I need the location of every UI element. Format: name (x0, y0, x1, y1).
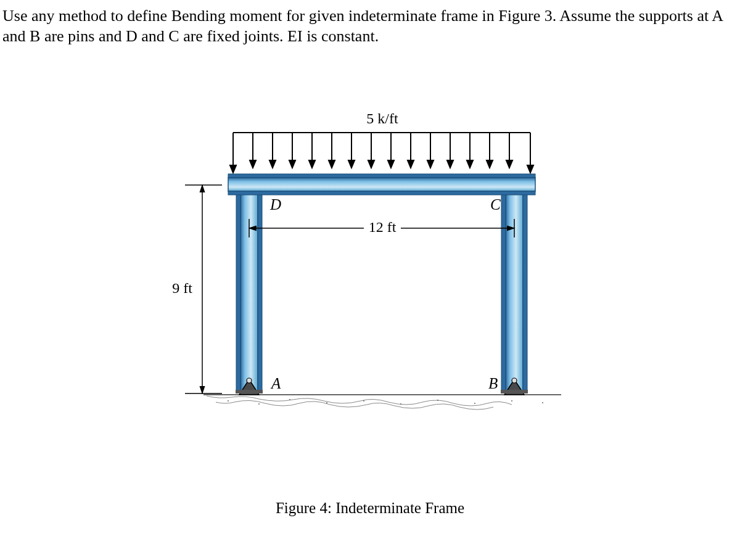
svg-point-6 (363, 400, 364, 401)
svg-rect-20 (228, 191, 535, 195)
height-label: 9 ft (172, 280, 192, 296)
svg-marker-51 (447, 160, 453, 168)
svg-marker-31 (250, 160, 256, 168)
svg-point-22 (247, 378, 252, 383)
svg-point-11 (542, 402, 543, 403)
svg-point-9 (474, 403, 475, 404)
svg-marker-37 (309, 160, 315, 168)
svg-rect-14 (258, 176, 262, 392)
svg-rect-26 (501, 390, 528, 393)
svg-point-10 (511, 400, 512, 401)
figure-frame: 5 k/ft 9 ft 12 ft D C A B (154, 99, 586, 444)
svg-marker-59 (527, 165, 533, 173)
svg-point-4 (289, 399, 290, 400)
svg-point-7 (400, 403, 401, 405)
svg-marker-47 (408, 160, 414, 168)
svg-rect-13 (236, 176, 240, 392)
svg-rect-19 (228, 174, 535, 178)
joint-A-label: A (270, 375, 281, 392)
joint-B-label: B (488, 375, 498, 392)
column-AD (236, 176, 262, 392)
svg-marker-33 (269, 160, 276, 168)
ground (204, 395, 561, 410)
svg-point-25 (512, 378, 517, 383)
svg-marker-49 (427, 160, 434, 168)
svg-marker-43 (368, 160, 374, 168)
svg-rect-23 (236, 390, 263, 393)
svg-marker-39 (329, 160, 335, 168)
problem-statement: Use any method to define Bending moment … (2, 6, 728, 46)
svg-rect-17 (523, 176, 527, 392)
distributed-load (230, 133, 533, 173)
svg-point-8 (437, 400, 438, 401)
svg-rect-16 (501, 176, 506, 392)
span-label: 12 ft (369, 219, 397, 235)
svg-marker-55 (487, 160, 493, 168)
svg-rect-18 (228, 178, 535, 191)
svg-marker-35 (289, 160, 295, 168)
figure-caption: Figure 4: Indeterminate Frame (0, 500, 740, 517)
svg-marker-45 (388, 160, 394, 168)
load-label: 5 k/ft (366, 110, 398, 126)
svg-marker-57 (506, 160, 512, 168)
svg-marker-29 (230, 165, 236, 173)
svg-rect-15 (506, 176, 523, 392)
joint-C-label: C (490, 196, 501, 213)
svg-point-3 (258, 403, 260, 405)
svg-point-2 (228, 400, 229, 401)
joint-D-label: D (269, 196, 281, 213)
svg-marker-41 (348, 160, 355, 168)
svg-point-5 (326, 402, 327, 403)
column-BC (501, 176, 527, 392)
svg-rect-12 (240, 176, 258, 392)
beam-DC (228, 174, 535, 195)
svg-marker-53 (467, 160, 473, 168)
